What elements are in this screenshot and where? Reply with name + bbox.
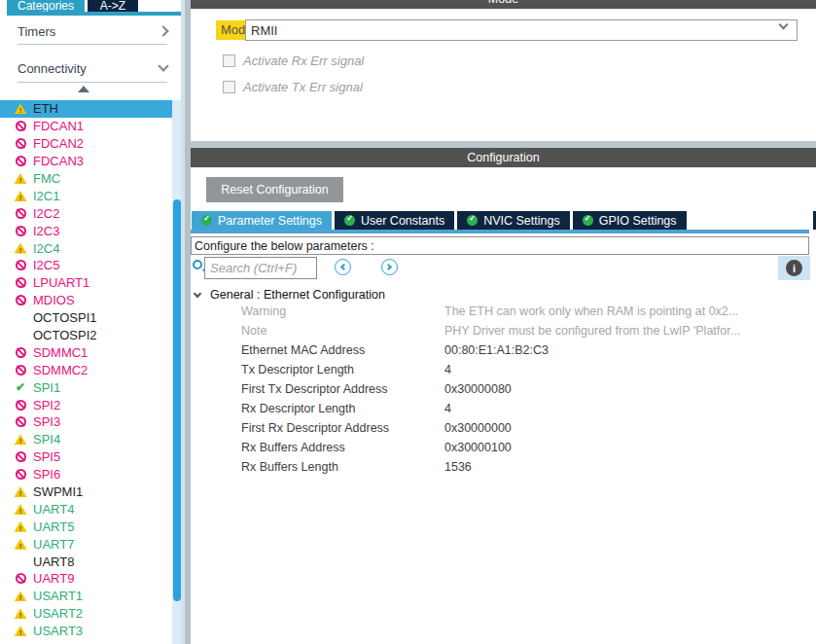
sidebar-item-label: SPI5 [33, 449, 60, 464]
sidebar-item-label: ETH [33, 101, 58, 116]
sidebar-item-fdcan3[interactable]: FDCAN3 [0, 153, 172, 170]
sidebar-item-i2c2[interactable]: I2C2 [0, 204, 172, 222]
warning-icon-wrap [13, 539, 28, 550]
parameter-value[interactable]: PHY Driver must be configured from the L… [444, 324, 740, 338]
mode-section-header: Mode [191, 0, 816, 9]
parameter-value[interactable]: 4 [444, 402, 451, 415]
sidebar-item-spi4[interactable]: SPI4 [0, 431, 172, 448]
sidebar-item-uart9[interactable]: UART9 [0, 570, 172, 588]
parameter-value[interactable]: The ETH can work only when RAM is pointi… [444, 304, 738, 318]
sidebar-item-label: FDCAN3 [33, 154, 84, 168]
tab-user-constants[interactable]: User Constants [335, 211, 454, 230]
sidebar-item-spi5[interactable]: SPI5 [0, 448, 172, 466]
panel-divider [185, 0, 191, 644]
checkbox-label: Activate Rx Err signal [243, 54, 364, 68]
parameter-value[interactable]: 0x30000100 [444, 441, 512, 454]
ban-icon [16, 295, 26, 305]
sidebar-item-lpuart1[interactable]: LPUART1 [0, 274, 172, 292]
ban-icon [16, 277, 26, 288]
info-button[interactable]: i [778, 256, 810, 280]
scroll-up-arrow-icon[interactable] [78, 86, 89, 92]
parameters-instruction: Configure the below parameters : [191, 236, 809, 255]
warning-icon-wrap [13, 521, 28, 532]
checkbox-row-rx-err[interactable]: Activate Rx Err signal [223, 53, 612, 68]
sidebar-item-usart1[interactable]: USART1 [0, 588, 172, 605]
sidebar-item-uart8[interactable]: UART8 [0, 553, 172, 570]
sidebar-item-spi6[interactable]: SPI6 [0, 466, 172, 483]
search-input[interactable] [204, 257, 317, 279]
parameter-name: Rx Buffers Length [241, 460, 444, 474]
warning-icon-wrap [13, 103, 28, 114]
sidebar-item-i2c1[interactable]: I2C1 [0, 187, 172, 204]
parameter-row-tx-descriptor-length[interactable]: Tx Descriptor Length4 [241, 360, 809, 379]
parameter-row-ethernet-mac-address[interactable]: Ethernet MAC Address00:80:E1:A1:B2:C3 [241, 340, 809, 360]
sidebar-item-spi3[interactable]: SPI3 [0, 413, 172, 431]
peripheral-list: ETHFDCAN1FDCAN2FDCAN3FMCI2C1I2C2I2C3I2C4… [0, 100, 172, 640]
sidebar-item-spi1[interactable]: ✔SPI1 [0, 378, 172, 396]
sidebar-scrollbar-thumb[interactable] [173, 199, 181, 601]
ban-icon [16, 416, 26, 427]
parameter-value[interactable]: 1536 [444, 460, 472, 474]
ban-icon [16, 226, 26, 236]
search-next-button[interactable] [381, 259, 398, 275]
ban-icon-wrap [13, 400, 28, 411]
sidebar-item-label: UART7 [33, 537, 74, 552]
sidebar-group-connectivity[interactable]: Connectivity [18, 58, 167, 78]
sidebar-item-uart7[interactable]: UART7 [0, 535, 172, 553]
chevron-right-icon [158, 25, 168, 36]
tab-label: GPIO Settings [599, 214, 677, 228]
chevron-right-icon [385, 264, 392, 270]
parameter-value[interactable]: 0x30000000 [444, 421, 512, 435]
checkbox-row-tx-err[interactable]: Activate Tx Err signal [223, 79, 612, 94]
checkbox-icon[interactable] [223, 54, 235, 67]
tab-nvic-settings[interactable]: NVIC Settings [457, 211, 570, 230]
sidebar-item-mdios[interactable]: MDIOS [0, 292, 172, 309]
sidebar-item-fmc[interactable]: FMC [0, 170, 172, 188]
check-icon: ✔ [16, 382, 25, 393]
tab-parameter-settings[interactable]: Parameter Settings [192, 211, 332, 230]
sidebar-item-i2c5[interactable]: I2C5 [0, 257, 172, 274]
parameter-value[interactable]: 00:80:E1:A1:B2:C3 [444, 343, 549, 357]
configuration-section-header: Configuration [191, 148, 816, 167]
sidebar-item-usart2[interactable]: USART2 [0, 605, 172, 623]
sidebar-item-uart5[interactable]: UART5 [0, 518, 172, 535]
sidebar-item-octospi2[interactable]: OCTOSPI2 [0, 327, 172, 344]
sidebar-item-usart3[interactable]: USART3 [0, 623, 172, 640]
sidebar-item-octospi1[interactable]: OCTOSPI1 [0, 309, 172, 327]
ban-icon-wrap [13, 138, 28, 149]
parameter-row-rx-buffers-address[interactable]: Rx Buffers Address0x30000100 [241, 438, 809, 457]
reset-configuration-button[interactable]: Reset Configuration [206, 177, 343, 202]
tab-gpio-settings[interactable]: GPIO Settings [573, 211, 687, 230]
sidebar-item-fdcan1[interactable]: FDCAN1 [0, 118, 172, 135]
stm32cubemx-config-page: Categories A->Z Timers Connectivity ETHF… [0, 0, 816, 644]
parameter-row-first-rx-descriptor-address[interactable]: First Rx Descriptor Address0x30000000 [241, 418, 809, 438]
mode-dropdown[interactable]: RMII [245, 19, 798, 41]
parameter-value[interactable]: 4 [444, 363, 451, 376]
sidebar-item-sdmmc2[interactable]: SDMMC2 [0, 361, 172, 378]
checkbox-icon[interactable] [223, 81, 235, 93]
sidebar-group-timers[interactable]: Timers [18, 21, 167, 41]
parameter-name: Rx Descriptor Length [241, 402, 444, 415]
parameter-row-warning[interactable]: WarningThe ETH can work only when RAM is… [241, 302, 809, 321]
parameter-row-rx-descriptor-length[interactable]: Rx Descriptor Length4 [241, 399, 809, 418]
sidebar-item-i2c4[interactable]: I2C4 [0, 239, 172, 257]
sidebar-item-i2c3[interactable]: I2C3 [0, 222, 172, 239]
parameter-name: Rx Buffers Address [241, 441, 444, 454]
ban-icon-wrap [13, 208, 28, 219]
parameter-row-rx-buffers-length[interactable]: Rx Buffers Length1536 [241, 457, 809, 477]
search-previous-button[interactable] [335, 259, 351, 275]
parameter-value[interactable]: 0x30000080 [444, 382, 512, 396]
active-tab-underline [191, 230, 809, 233]
sidebar-item-spi2[interactable]: SPI2 [0, 396, 172, 413]
sidebar-item-uart4[interactable]: UART4 [0, 500, 172, 518]
sidebar-item-label: FDCAN2 [33, 136, 84, 151]
sidebar-item-sdmmc1[interactable]: SDMMC1 [0, 343, 172, 361]
sidebar-item-eth[interactable]: ETH [0, 100, 172, 118]
ban-icon-wrap [13, 469, 28, 480]
parameter-row-note[interactable]: NotePHY Driver must be configured from t… [241, 321, 809, 340]
parameter-row-first-tx-descriptor-address[interactable]: First Tx Descriptor Address0x30000080 [241, 379, 809, 399]
ban-icon-wrap [13, 226, 28, 236]
sidebar-item-label: UART5 [33, 519, 74, 534]
sidebar-item-fdcan2[interactable]: FDCAN2 [0, 135, 172, 153]
sidebar-item-swpmi1[interactable]: SWPMI1 [0, 483, 172, 501]
